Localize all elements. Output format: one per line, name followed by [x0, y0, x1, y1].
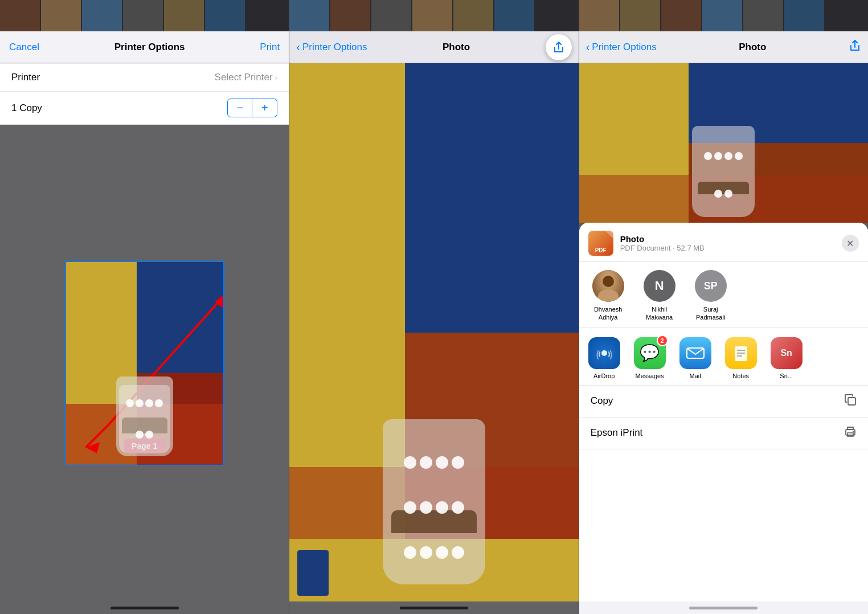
- messages-label: Messages: [636, 373, 664, 379]
- back-chevron-icon-3: ‹: [586, 40, 590, 54]
- printer-row[interactable]: Printer Select Printer ›: [0, 63, 289, 92]
- strip-thumb: [164, 0, 204, 31]
- contact-item-nikhil[interactable]: N NikhilMakwana: [640, 270, 679, 322]
- strip-thumb: [579, 0, 619, 31]
- jar-photo: [66, 262, 223, 465]
- epson-action-row[interactable]: Epson iPrint: [579, 417, 868, 449]
- epson-action-label: Epson iPrint: [591, 427, 643, 439]
- contact-item-suraj[interactable]: SP SurajPadmasali: [691, 270, 731, 322]
- cancel-button[interactable]: Cancel: [9, 42, 39, 53]
- share-upload-icon: [849, 39, 861, 52]
- airdrop-app-icon: [588, 337, 620, 369]
- back-nav-2[interactable]: ‹ Printer Options: [296, 40, 367, 54]
- svg-point-4: [601, 350, 607, 356]
- notes-icon-svg: [733, 345, 749, 361]
- printer-options-panel: Cancel Printer Options Print Printer Sel…: [0, 0, 289, 614]
- airdrop-icon-svg: [595, 344, 613, 362]
- pdf-corner: [605, 231, 613, 239]
- epson-action-icon: [844, 425, 857, 441]
- nav-bar-3: ‹ Printer Options Photo: [579, 31, 868, 63]
- photo-strip-1: [0, 0, 289, 31]
- strip-thumb: [412, 0, 452, 31]
- page-thumbnail: Page 1: [65, 261, 224, 466]
- chevron-right-icon: ›: [275, 73, 278, 82]
- contact-item-dhvanesh[interactable]: DhvaneshAdhiya: [588, 270, 628, 322]
- back-nav-3[interactable]: ‹ Printer Options: [586, 40, 657, 54]
- nav-bar-2: ‹ Printer Options Photo: [289, 31, 578, 63]
- messages-badge: 2: [657, 335, 668, 346]
- contacts-row: DhvaneshAdhiya N NikhilMakwana SP SurajP…: [579, 262, 868, 328]
- strip-thumb: [82, 0, 122, 31]
- mail-label: Mail: [690, 373, 701, 379]
- copy-stepper: − +: [227, 99, 277, 117]
- share-file-text: Photo PDF Document · 52.7 MB: [620, 234, 705, 252]
- photo-title-3: Photo: [739, 42, 766, 53]
- back-label-2: Printer Options: [302, 42, 367, 53]
- home-bar-3: [689, 607, 758, 609]
- page-preview-area: Page 1: [0, 125, 289, 601]
- close-share-button[interactable]: ✕: [842, 235, 859, 252]
- printer-label: Printer: [11, 72, 40, 83]
- printer-value: Select Printer ›: [215, 72, 278, 83]
- nav-bar-1: Cancel Printer Options Print: [0, 31, 289, 63]
- airdrop-label: AirDrop: [593, 373, 615, 379]
- stepper-plus-button[interactable]: +: [252, 99, 277, 117]
- share-header: PDF Photo PDF Document · 52.7 MB ✕: [579, 223, 868, 262]
- strip-thumb: [494, 0, 534, 31]
- stepper-minus-button[interactable]: −: [227, 99, 252, 117]
- mail-app-icon: [679, 337, 711, 369]
- copy-label: 1 Copy: [11, 103, 42, 114]
- photo-strip-2: [289, 0, 578, 31]
- app-item-airdrop[interactable]: AirDrop: [585, 337, 624, 379]
- strip-thumb: [784, 0, 824, 31]
- app-item-mail[interactable]: Mail: [676, 337, 715, 379]
- share-sheet: PDF Photo PDF Document · 52.7 MB ✕ D: [579, 223, 868, 601]
- strip-thumb: [41, 0, 81, 31]
- copy-row: 1 Copy − +: [0, 92, 289, 125]
- messages-app-icon: 💬 2: [634, 337, 666, 369]
- pdf-icon: PDF: [588, 231, 613, 256]
- notes-app-icon: [725, 337, 757, 369]
- photo-preview-top: [579, 63, 868, 223]
- more-app-icon: Sn: [771, 337, 803, 369]
- select-printer-text: Select Printer: [215, 72, 273, 83]
- share-sheet-panel: ‹ Printer Options Photo: [579, 0, 868, 614]
- share-file-info: PDF Photo PDF Document · 52.7 MB: [588, 231, 705, 256]
- photo-bg-3: [579, 63, 868, 223]
- share-icon-2: [552, 41, 565, 54]
- share-button-2[interactable]: [546, 34, 572, 60]
- home-bar-2: [400, 607, 468, 609]
- jar-full-photo: [289, 63, 578, 601]
- strip-thumb: [371, 0, 411, 31]
- app-item-messages[interactable]: 💬 2 Messages: [630, 337, 669, 379]
- photo-title-2: Photo: [443, 42, 470, 53]
- strip-thumb: [661, 0, 701, 31]
- notes-label: Notes: [732, 373, 749, 379]
- photo-strip-3: [579, 0, 868, 31]
- strip-thumb: [205, 0, 245, 31]
- file-subtitle: PDF Document · 52.7 MB: [620, 244, 705, 252]
- file-name: Photo: [620, 234, 705, 244]
- strip-thumb: [330, 0, 370, 31]
- apps-row: AirDrop 💬 2 Messages Mai: [579, 328, 868, 386]
- home-indicator-3: [579, 601, 868, 614]
- app-item-notes[interactable]: Notes: [722, 337, 760, 379]
- contact-name-suraj: SurajPadmasali: [696, 305, 725, 322]
- action-rows: Copy Epson iPrint: [579, 386, 868, 601]
- contact-avatar-nikhil: N: [644, 270, 675, 302]
- copy-action-row[interactable]: Copy: [579, 386, 868, 417]
- printer-options-title: Printer Options: [114, 42, 185, 53]
- print-button[interactable]: Print: [260, 42, 280, 53]
- contact-avatar-dhvanesh: [592, 270, 624, 302]
- strip-thumb: [702, 0, 742, 31]
- contact-name-nikhil: NikhilMakwana: [646, 305, 673, 322]
- strip-thumb: [289, 0, 329, 31]
- strip-thumb: [620, 0, 660, 31]
- contact-avatar-suraj: SP: [695, 270, 727, 302]
- options-section: Printer Select Printer › 1 Copy − +: [0, 63, 289, 125]
- page-preview: Page 1: [65, 261, 224, 466]
- home-indicator-2: [289, 601, 578, 614]
- app-item-more[interactable]: Sn Sn...: [767, 337, 806, 379]
- share-button-3[interactable]: [849, 39, 861, 55]
- svg-rect-13: [847, 433, 853, 436]
